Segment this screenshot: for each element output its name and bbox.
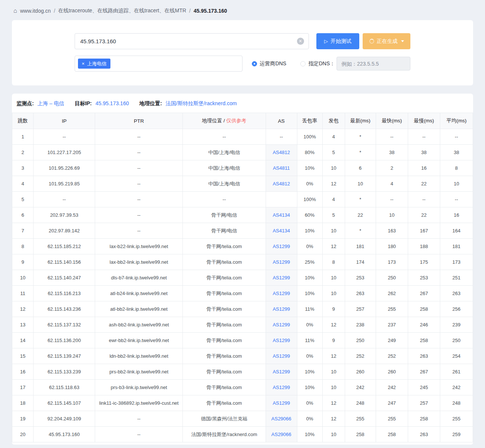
loss-cell: 10% xyxy=(297,286,322,301)
slowest-cell: 267 xyxy=(408,364,440,380)
as-link[interactable]: AS4811 xyxy=(273,165,290,171)
as-link[interactable]: AS1299 xyxy=(273,275,290,281)
as-link[interactable]: AS4134 xyxy=(273,228,290,234)
slowest-cell: -- xyxy=(408,129,440,145)
table-row: 1992.204.249.109--德国/黑森州/法兰克福AS290660%12… xyxy=(12,411,473,427)
as-link[interactable]: AS1299 xyxy=(273,291,290,296)
as-cell: AS1299 xyxy=(266,380,297,395)
geo-cell: 骨干网/telia.com xyxy=(183,380,266,395)
target-input-wrap: × xyxy=(75,33,309,49)
hop-cell: 12 xyxy=(12,301,34,317)
generating-button[interactable]: 正在生成 xyxy=(363,33,410,49)
ptr-cell: -- xyxy=(95,129,183,145)
latest-cell: * xyxy=(345,129,376,145)
latest-cell: 255 xyxy=(345,411,376,427)
table-row: 1162.115.116.213atl-b24-link.ip.twelve99… xyxy=(12,286,473,301)
as-link[interactable]: AS1299 xyxy=(273,322,290,328)
as-link[interactable]: AS1299 xyxy=(273,385,290,390)
as-link[interactable]: AS1299 xyxy=(273,369,290,375)
as-link[interactable]: AS29066 xyxy=(271,432,291,437)
fastest-cell: 262 xyxy=(376,286,408,301)
table-row: 4101.95.219.85--中国/上海/电信AS48120%12104221… xyxy=(12,176,473,192)
geo-cell: -- xyxy=(183,192,266,207)
ip-cell: 62.115.137.132 xyxy=(34,317,95,333)
breadcrumb-site-link[interactable]: www.itdog.cn xyxy=(20,8,51,14)
table-row: 1562.115.139.247ldn-bb2-link.ip.twelve99… xyxy=(12,348,473,364)
node-select-box[interactable]: × 上海电信 xyxy=(75,56,242,72)
breadcrumb-current: 45.95.173.160 xyxy=(194,8,227,14)
custom-dns-label: 指定DNS： xyxy=(308,60,335,67)
target-input[interactable] xyxy=(75,33,309,49)
latest-cell: 257 xyxy=(345,301,376,317)
latest-cell: * xyxy=(345,223,376,239)
table-row: 2045.95.173.160--法国/斯特拉斯堡/racknerd.comAS… xyxy=(12,427,473,442)
tag-close-icon[interactable]: × xyxy=(82,61,85,66)
as-link[interactable]: AS1299 xyxy=(273,306,290,312)
as-link[interactable]: AS29066 xyxy=(271,416,291,422)
as-link[interactable]: AS1299 xyxy=(273,259,290,265)
geo-cell: 中国/上海/电信 xyxy=(183,145,266,160)
geo-cell: 骨干网/telia.com xyxy=(183,317,266,333)
monitor-value-link[interactable]: 上海 – 电信 xyxy=(38,100,65,106)
start-test-button[interactable]: ▷ 开始测试 xyxy=(316,33,360,49)
hop-cell: 7 xyxy=(12,223,34,239)
latest-cell: * xyxy=(345,145,376,160)
ptr-cell: -- xyxy=(95,160,183,176)
as-link[interactable]: AS1299 xyxy=(273,244,290,249)
hop-cell: 11 xyxy=(12,286,34,301)
custom-dns-radio[interactable]: 指定DNS： xyxy=(300,60,335,67)
header-as: AS xyxy=(266,113,297,129)
geo-value-link[interactable]: 法国/斯特拉斯堡/racknerd.com xyxy=(166,100,237,106)
sent-cell: 5 xyxy=(322,207,345,223)
ip-cell: 62.115.139.247 xyxy=(34,348,95,364)
ip-cell: 62.115.140.247 xyxy=(34,270,95,286)
geo-cell: 骨干网/telia.com xyxy=(183,286,266,301)
avg-cell: -- xyxy=(440,192,473,207)
as-link[interactable]: AS4812 xyxy=(273,181,290,187)
home-icon: ⌂ xyxy=(13,8,17,14)
table-row: 962.115.140.156lax-bb2-link.ip.twelve99.… xyxy=(12,254,473,270)
loss-cell: 10% xyxy=(297,270,322,286)
as-link[interactable]: AS4812 xyxy=(273,150,290,155)
target-ip-value-link[interactable]: 45.95.173.160 xyxy=(96,100,129,106)
radio-unchecked-icon xyxy=(300,61,306,66)
ip-cell: 62.115.133.239 xyxy=(34,364,95,380)
as-cell: AS1299 xyxy=(266,348,297,364)
table-row: 1062.115.140.247dls-b7-link.ip.twelve99.… xyxy=(12,270,473,286)
sent-cell: 10 xyxy=(322,160,345,176)
latest-cell: 22 xyxy=(345,207,376,223)
fastest-cell: 252 xyxy=(376,348,408,364)
as-cell: AS29066 xyxy=(266,411,297,427)
ip-cell: 202.97.89.142 xyxy=(34,223,95,239)
hop-cell: 6 xyxy=(12,207,34,223)
as-cell: AS1299 xyxy=(266,395,297,411)
slowest-cell: 263 xyxy=(408,348,440,364)
hop-cell: 20 xyxy=(12,427,34,442)
ptr-cell: -- xyxy=(95,176,183,192)
slowest-cell: 263 xyxy=(408,427,440,442)
isp-dns-radio[interactable]: 运营商DNS xyxy=(252,60,287,67)
ip-cell: 101.95.226.69 xyxy=(34,160,95,176)
fastest-cell: 249 xyxy=(376,333,408,348)
ip-cell: 62.115.185.212 xyxy=(34,239,95,254)
as-cell: AS1299 xyxy=(266,364,297,380)
latest-cell: 248 xyxy=(345,395,376,411)
fastest-cell: 4 xyxy=(376,176,408,192)
as-link[interactable]: AS1299 xyxy=(273,338,290,343)
geo-cell: 骨干网/telia.com xyxy=(183,364,266,380)
as-link[interactable]: AS1299 xyxy=(273,353,290,359)
latest-cell: 260 xyxy=(345,364,376,380)
latest-cell: 10 xyxy=(345,176,376,192)
clear-input-icon[interactable]: × xyxy=(297,38,304,45)
sent-cell: 4 xyxy=(322,129,345,145)
ptr-cell: -- xyxy=(95,207,183,223)
table-row: 1762.115.118.63prs-b3-link.ip.twelve99.n… xyxy=(12,380,473,395)
breadcrumb-section: 在线traceroute、在线路由追踪、在线tracert、在线MTR xyxy=(58,7,186,14)
as-link[interactable]: AS4134 xyxy=(273,212,290,218)
loss-cell: 0% xyxy=(297,317,322,333)
custom-dns-input[interactable] xyxy=(337,57,410,71)
as-link[interactable]: AS1299 xyxy=(273,400,290,406)
loss-cell: 10% xyxy=(297,364,322,380)
table-row: 1262.115.143.236atl-bb2-link.ip.twelve99… xyxy=(12,301,473,317)
avg-cell: 261 xyxy=(440,364,473,380)
